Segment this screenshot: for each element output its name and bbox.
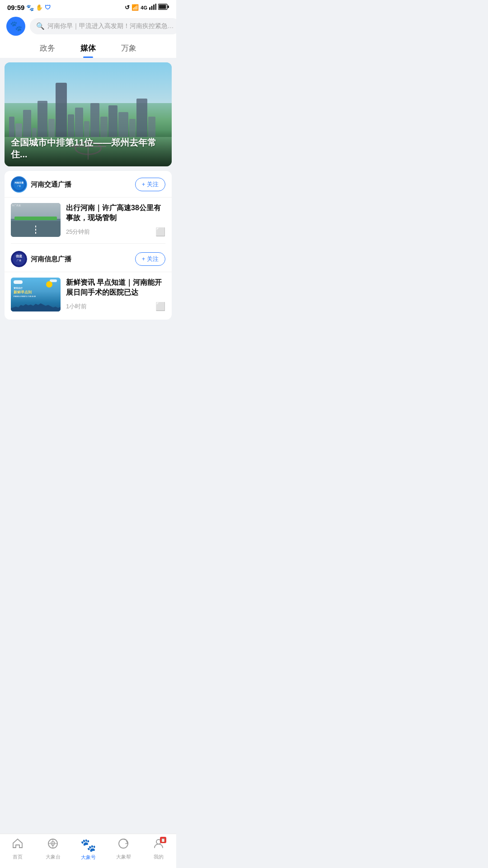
tab-wanxiang[interactable]: 万象	[108, 40, 149, 58]
svg-rect-5	[159, 5, 166, 9]
news-title-traffic: 出行河南｜许广高速38公里有事故，现场管制	[66, 203, 165, 223]
channel-avatar-info: 信息 广播	[11, 251, 27, 267]
news-right-info: 新鲜资讯 早点知道｜河南能开展日间手术的医院已达 1小时前 ⬜	[66, 278, 165, 311]
search-icon: 🔍	[36, 22, 45, 30]
tab-bar: 政务 媒体 万象	[0, 36, 176, 58]
svg-text:广播: 广播	[17, 185, 21, 187]
svg-rect-1	[151, 6, 153, 10]
status-time: 09:59	[7, 4, 24, 11]
hand-icon: ✋	[36, 4, 43, 11]
channel-info-traffic: 河南交通 广播 河南交通广播	[11, 176, 71, 193]
more-icon-info[interactable]: ⬜	[155, 302, 165, 311]
news-item-info[interactable]: 资讯先行 新鲜早点到 FM105.6 FM97.5 7:00-8:00 新鲜资讯…	[5, 272, 172, 318]
news-thumb-traffic: 许广高速	[11, 203, 61, 237]
channel-avatar-traffic: 河南交通 广播	[11, 176, 27, 193]
tab-meiti[interactable]: 媒体	[68, 40, 108, 58]
svg-text:河南交通: 河南交通	[14, 181, 24, 184]
svg-text:信息: 信息	[15, 254, 23, 258]
status-icons: ↺ 📶 4G	[125, 4, 169, 11]
news-thumb-info: 资讯先行 新鲜早点到 FM105.6 FM97.5 7:00-8:00	[11, 278, 61, 311]
svg-text:广播: 广播	[17, 259, 21, 262]
news-time-traffic: 25分钟前	[66, 228, 90, 236]
follow-btn-info[interactable]: + 关注	[135, 252, 165, 266]
tab-zhengwu[interactable]: 政务	[27, 40, 68, 58]
channel-row-info: 信息 广播 河南信息广播 + 关注	[5, 245, 172, 272]
news-time-info: 1小时前	[66, 302, 87, 311]
logo-paw-icon: 🐾	[10, 20, 22, 32]
shield-icon: 🛡	[45, 4, 51, 11]
hero-banner[interactable]: 全国城市中排第11位——郑州去年常住...	[5, 62, 172, 166]
svg-rect-6	[168, 5, 169, 8]
svg-rect-3	[155, 4, 157, 10]
news-title-info: 新鲜资讯 早点知道｜河南能开展日间手术的医院已达	[66, 278, 165, 298]
follow-btn-traffic[interactable]: + 关注	[135, 178, 165, 191]
hero-title: 全国城市中排第11位——郑州去年常住...	[11, 137, 165, 160]
svg-point-8	[14, 179, 25, 190]
search-bar[interactable]: 🔍 河南你早｜甲流进入高发期！河南疾控紧急提醒；...	[30, 18, 176, 34]
paw-icon: 🐾	[26, 4, 34, 11]
svg-rect-0	[149, 7, 150, 10]
status-bar: 09:59 🐾 ✋ 🛡 ↺ 📶 4G	[0, 0, 176, 13]
rotate-icon: ↺	[125, 4, 130, 11]
channel-name-traffic: 河南交通广播	[31, 180, 71, 189]
signal-icon	[149, 4, 156, 11]
news-meta-info: 1小时前 ⬜	[66, 302, 165, 311]
news-right-traffic: 出行河南｜许广高速38公里有事故，现场管制 25分钟前 ⬜	[66, 203, 165, 237]
more-icon-traffic[interactable]: ⬜	[155, 227, 165, 237]
4g-label: 4G	[141, 5, 147, 10]
wifi-icon: 📶	[131, 4, 139, 11]
channel-row-traffic: 河南交通 广播 河南交通广播 + 关注	[5, 171, 172, 197]
news-meta-traffic: 25分钟前 ⬜	[66, 227, 165, 237]
channel-name-info: 河南信息广播	[31, 255, 71, 264]
app-logo[interactable]: 🐾	[6, 17, 25, 36]
channel-info-info: 信息 广播 河南信息广播	[11, 251, 71, 267]
news-item-traffic[interactable]: 许广高速 出行河南｜许广高速38公里有事故，现场管制 25分钟前 ⬜	[5, 197, 172, 243]
battery-icon	[158, 4, 169, 11]
svg-rect-2	[153, 5, 155, 10]
item-divider	[11, 243, 165, 244]
content-card: 河南交通 广播 河南交通广播 + 关注 许广高速	[5, 171, 172, 320]
header: 🐾 🔍 河南你早｜甲流进入高发期！河南疾控紧急提醒；...	[0, 13, 176, 36]
search-placeholder-text: 河南你早｜甲流进入高发期！河南疾控紧急提醒；...	[47, 22, 174, 30]
